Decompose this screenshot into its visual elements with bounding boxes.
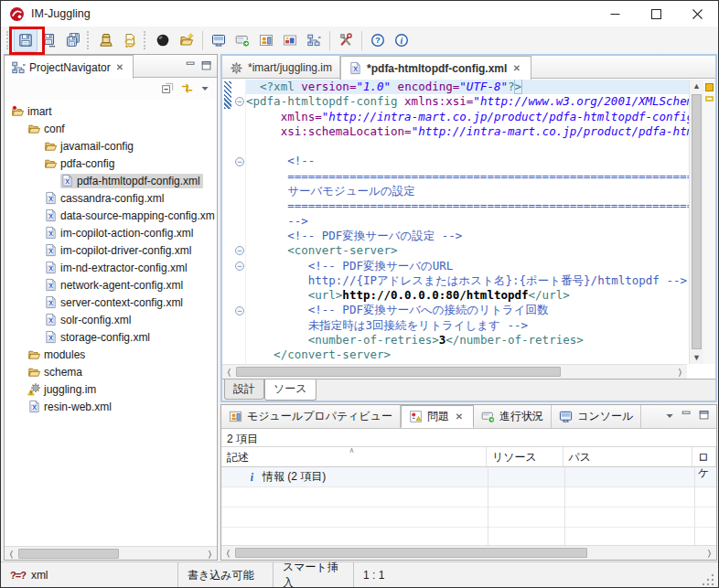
view-tab-console[interactable]: コンソール xyxy=(552,405,641,428)
fold-collapse-icon[interactable]: − xyxy=(235,306,244,315)
fold-collapse-icon[interactable]: − xyxy=(235,97,244,106)
close-icon[interactable] xyxy=(454,411,466,422)
view-tab-problems[interactable]: 問題 xyxy=(401,405,474,428)
tree-item-content[interactable]: schema xyxy=(27,365,85,380)
problems-horizontal-scrollbar[interactable]: 〈 〉 xyxy=(221,545,716,560)
code-line[interactable]: <convert-server> xyxy=(246,243,689,258)
column-header-3[interactable]: ロケ xyxy=(692,447,716,466)
collapse-all-button[interactable] xyxy=(161,81,175,98)
code-line[interactable]: xsi:schemaLocation="http://intra-mart.co… xyxy=(246,124,689,139)
code-line[interactable]: <!-- PDF変換サーバへの接続のリトライ回数 xyxy=(246,303,689,317)
scroll-left-icon[interactable]: 〈 xyxy=(221,546,235,560)
maximize-button[interactable] xyxy=(636,1,677,27)
tree-item-content[interactable]: Xpdfa-htmltopdf-config.xml xyxy=(60,174,203,188)
save-all-button[interactable] xyxy=(61,28,85,52)
annotation-marker[interactable] xyxy=(705,96,714,102)
code-line[interactable]: <?xml version="1.0" encoding="UTF-8"?> xyxy=(246,80,689,94)
tree-item-data-source-mapping-config.xm[interactable]: Xdata-source-mapping-config.xm xyxy=(5,207,217,224)
scroll-down-icon[interactable]: ▼ xyxy=(690,353,703,362)
column-separator[interactable] xyxy=(488,467,488,545)
code-line[interactable]: --> xyxy=(246,214,689,229)
navigator-horizontal-scrollbar[interactable]: 〈 〉 xyxy=(5,546,217,560)
code-line[interactable]: ========================================… xyxy=(246,198,689,213)
tree-item-cassandra-config.xml[interactable]: Xcassandra-config.xml xyxy=(5,189,217,207)
code-line[interactable]: <url>http://0.0.0.0:80/htmltopdf</url> xyxy=(246,288,689,303)
tree-item-im-nd-extractor-config.xml[interactable]: Xim-nd-extractor-config.xml xyxy=(5,259,217,276)
module-property-view-button[interactable] xyxy=(254,28,278,52)
scrollbar-thumb[interactable] xyxy=(692,94,702,349)
source-editor[interactable]: <?xml version="1.0" encoding="UTF-8"?><p… xyxy=(246,80,689,364)
tree-item-content[interactable]: Xstorage-config.xml xyxy=(44,330,153,345)
code-line[interactable]: <!-- PDF変換サーバのURL xyxy=(246,259,689,273)
juggling-ball-button[interactable] xyxy=(151,28,175,52)
tree-item-im-copilot-action-config.xml[interactable]: Xim-copilot-action-config.xml xyxy=(5,224,217,241)
code-line[interactable]: <pdfa-htmltopdf-config xmlns:xsi="http:/… xyxy=(246,94,689,109)
scroll-left-icon[interactable]: 〈 xyxy=(222,365,236,379)
tree-item-content[interactable]: Xresin-web.xml xyxy=(27,400,114,414)
view-menu-button[interactable] xyxy=(664,410,676,424)
page-tab-source[interactable]: ソース xyxy=(264,380,317,401)
editor-horizontal-scrollbar[interactable]: 〈 〉 xyxy=(222,364,687,379)
help-button[interactable]: ? xyxy=(366,28,390,52)
scrollbar-thumb[interactable] xyxy=(236,367,561,377)
module-view-button[interactable] xyxy=(278,28,302,52)
tree-item-juggling.im[interactable]: juggling.im xyxy=(5,380,217,398)
code-line[interactable]: <number-of-retries>3</number-of-retries> xyxy=(246,333,689,347)
scrollbar-thumb[interactable] xyxy=(18,549,119,559)
tree-item-storage-config.xml[interactable]: Xstorage-config.xml xyxy=(5,328,217,346)
fold-collapse-icon[interactable]: − xyxy=(235,262,244,271)
fold-collapse-icon[interactable]: − xyxy=(235,157,244,166)
tree-item-content[interactable]: Xserver-context-config.xml xyxy=(44,295,186,310)
tree-item-content[interactable]: imart xyxy=(11,104,55,119)
fold-collapse-icon[interactable]: − xyxy=(235,246,244,255)
tree-item-content[interactable]: pdfa-config xyxy=(44,156,117,171)
tree-item-content[interactable]: Xdata-source-mapping-config.xm xyxy=(44,208,217,223)
tree-item-modules[interactable]: modules xyxy=(5,346,217,363)
view-tab-modprop[interactable]: モジュールプロパティビュー xyxy=(221,405,401,428)
scroll-up-icon[interactable]: ▲ xyxy=(690,81,703,91)
insert-mode-status[interactable]: スマート挿入 xyxy=(273,562,353,588)
tree-item-content[interactable]: Xim-copilot-driver-config.xml xyxy=(44,243,194,258)
code-line[interactable]: http://{IPアドレスまたはホスト名}:{ポート番号}/htmltopdf… xyxy=(246,273,689,288)
editor-vertical-scrollbar[interactable]: ▲ ▼ xyxy=(689,80,703,364)
code-line[interactable]: ========================================… xyxy=(246,169,689,184)
tree-item-content[interactable]: Xnetwork-agent-config.xml xyxy=(44,278,186,293)
export-war-button[interactable] xyxy=(94,28,118,52)
tree-item-content[interactable]: juggling.im xyxy=(27,382,99,397)
column-separator[interactable] xyxy=(564,467,565,545)
tree-item-content[interactable]: Xcassandra-config.xml xyxy=(44,191,166,206)
editor-tab-imartjuggling.im[interactable]: *imart/juggling.im xyxy=(222,56,340,80)
tree-item-im-copilot-driver-config.xml[interactable]: Xim-copilot-driver-config.xml xyxy=(5,241,217,259)
page-tab-design[interactable]: 設計 xyxy=(224,380,264,400)
maximize-view-icon[interactable] xyxy=(200,59,213,72)
tree-item-server-context-config.xml[interactable]: Xserver-context-config.xml xyxy=(5,294,217,311)
open-project-button[interactable] xyxy=(175,28,199,52)
scroll-right-icon[interactable]: 〉 xyxy=(203,547,217,561)
progress-view-button[interactable] xyxy=(231,28,254,52)
tree-item-content[interactable]: Xim-copilot-action-config.xml xyxy=(44,226,196,241)
tree-item-network-agent-config.xml[interactable]: Xnetwork-agent-config.xml xyxy=(5,276,217,294)
tree-item-schema[interactable]: schema xyxy=(5,363,217,380)
minimize-view-icon[interactable] xyxy=(185,59,198,72)
code-line[interactable]: <!-- PDF変換サーバの設定 --> xyxy=(246,229,689,243)
tree-item-content[interactable]: modules xyxy=(27,347,88,362)
scrollbar-thumb[interactable] xyxy=(235,548,587,558)
console-view-button[interactable] xyxy=(207,28,231,52)
code-line[interactable]: 未指定時は3回接続をリトライします --> xyxy=(246,318,689,333)
tree-item-content[interactable]: conf xyxy=(27,122,68,136)
close-button[interactable] xyxy=(677,1,718,27)
hierarchy-view-button[interactable] xyxy=(302,28,326,52)
tree-item-content[interactable]: Xsolr-config.xml xyxy=(44,313,134,327)
code-line[interactable]: サーバモジュールの設定 xyxy=(246,184,689,198)
code-line[interactable]: </convert-server> xyxy=(246,347,689,362)
about-button[interactable]: i xyxy=(390,28,413,52)
code-line[interactable]: xmlns="http://intra-mart.co.jp/product/p… xyxy=(246,110,689,124)
scroll-right-icon[interactable]: 〉 xyxy=(703,546,716,560)
code-line[interactable] xyxy=(246,139,689,154)
column-header-0[interactable]: 記述∧ xyxy=(221,447,487,466)
annotation-marker[interactable] xyxy=(705,83,714,91)
maximize-view-button[interactable] xyxy=(698,409,711,424)
scroll-left-icon[interactable]: 〈 xyxy=(5,547,18,561)
code-line[interactable]: <!-- xyxy=(246,154,689,168)
tab-project-navigator[interactable]: ProjectNavigator xyxy=(5,55,134,79)
